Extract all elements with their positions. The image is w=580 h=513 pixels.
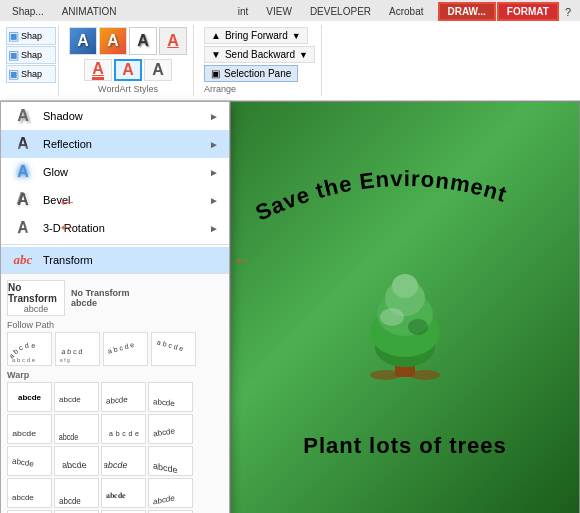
menu-divider [1, 244, 229, 245]
shape1-btn[interactable]: ▣ Shap [6, 27, 56, 45]
bevel-icon: A [11, 191, 35, 209]
svg-text:abcde: abcde [11, 457, 34, 469]
svg-point-43 [408, 319, 428, 335]
chevron-btn2: ▼ [299, 50, 308, 60]
transform-menu-item[interactable]: abc Transform ← [1, 247, 229, 273]
svg-text:abcde: abcde [153, 397, 175, 408]
tab-format[interactable]: FORMAT [497, 2, 559, 21]
svg-text:a b c d: a b c d [61, 348, 83, 355]
shape-group: ▣ Shap ▣ Shap ▣ Shap [4, 25, 59, 96]
glow-menu-item[interactable]: A Glow ► [1, 158, 229, 186]
glow-icon: A [11, 163, 35, 181]
warp-16[interactable]: abcde [148, 478, 193, 508]
warp-11[interactable]: abcde [101, 446, 146, 476]
svg-text:abcde: abcde [152, 426, 175, 438]
slide-text-top-svg: Save the Environment [250, 161, 560, 231]
transform-submenu: No Transform abcde No Transform abcde Fo… [1, 273, 229, 513]
bevel-menu-item[interactable]: A Bevel ► [1, 186, 229, 214]
down-arrow-indicator-2: ↓ [57, 223, 80, 233]
arrange-label: Arrange [204, 84, 236, 94]
warp-12[interactable]: abcde [148, 446, 193, 476]
tab-view[interactable]: VIEW [258, 3, 300, 20]
follow-path-4[interactable]: a b c d e [151, 332, 196, 366]
warp-10[interactable]: abcde [54, 446, 99, 476]
tab-developer[interactable]: DEVELOPER [302, 3, 379, 20]
shape3-btn[interactable]: ▣ Shap [6, 65, 56, 83]
warp-8[interactable]: abcde [148, 414, 193, 444]
arrange-group: ▲ Bring Forward ▼ ▼ Send Backward ▼ ▣ Se… [198, 25, 322, 96]
slide-top-text-area: Save the Environment [250, 161, 560, 233]
svg-point-42 [380, 308, 404, 326]
svg-text:abcde: abcde [61, 460, 87, 470]
warp-3[interactable]: abcde [101, 382, 146, 412]
follow-path-row: a b c d e a b c d e a b c d e f g a b c … [7, 332, 223, 366]
ribbon-tab-bar: Shap... ANIMATION int VIEW DEVELOPER Acr… [0, 0, 580, 21]
send-backward-icon: ▼ [211, 49, 221, 60]
wordart-btn-3[interactable]: A [129, 27, 157, 55]
svg-point-36 [410, 370, 440, 380]
reflection-icon: A [11, 135, 35, 153]
3d-rotation-icon: A [10, 218, 33, 238]
shape2-btn[interactable]: ▣ Shap [6, 46, 56, 64]
no-transform-static-label: No Transform abcde [71, 288, 130, 308]
slide-area: Save the Environment [230, 101, 580, 513]
tab-int[interactable]: int [230, 3, 257, 20]
send-backward-btn[interactable]: ▼ Send Backward ▼ [204, 46, 315, 63]
warp-2[interactable]: abcde [54, 382, 99, 412]
svg-text:e f g: e f g [60, 357, 70, 363]
tree-image [350, 272, 460, 384]
selection-pane-btn[interactable]: ▣ Selection Pane [204, 65, 298, 82]
3d-rotation-chevron: ► [209, 223, 219, 234]
tab-drawing[interactable]: DRAW... [438, 2, 496, 21]
follow-path-3[interactable]: a b c d e [103, 332, 148, 366]
bevel-chevron: ► [209, 195, 219, 206]
warp-grid: abcde abcde abcde abcde abcde abcde abcd… [7, 382, 223, 513]
selection-pane-icon: ▣ [211, 68, 220, 79]
bring-forward-icon: ▲ [211, 30, 221, 41]
tab-animation[interactable]: ANIMATION [54, 3, 125, 20]
warp-label: Warp [7, 370, 223, 380]
warp-6[interactable]: abcde [54, 414, 99, 444]
slide-text-bottom: Plant lots of trees [303, 433, 507, 458]
reflection-menu-item[interactable]: A Reflection ► [1, 130, 229, 158]
shadow-chevron: ► [209, 111, 219, 122]
warp-15[interactable]: 𝐚𝐛𝐜𝐝𝐞 [101, 478, 146, 508]
svg-text:Save the Environment: Save the Environment [252, 166, 510, 226]
warp-1[interactable]: abcde [7, 382, 52, 412]
shadow-menu-item[interactable]: A Shadow ► [1, 102, 229, 130]
wordart-btn-fill[interactable]: A [159, 27, 187, 55]
text-fill-btn[interactable]: A [84, 59, 112, 81]
main-content: A Shadow ► A Reflection ► A Glow ► A [0, 101, 580, 513]
bring-forward-btn[interactable]: ▲ Bring Forward ▼ [204, 27, 308, 44]
chevron-btn: ▼ [292, 31, 301, 41]
text-outline-btn[interactable]: A [114, 59, 142, 81]
follow-path-label: Follow Path [7, 320, 223, 330]
text-effects-btn[interactable]: A [144, 59, 172, 81]
tab-acrobat[interactable]: Acrobat [381, 3, 431, 20]
warp-4[interactable]: abcde [148, 382, 193, 412]
svg-text:a b c d e: a b c d e [12, 357, 36, 363]
svg-text:a b c d e: a b c d e [107, 341, 135, 355]
no-transform-btn[interactable]: No Transform abcde [7, 280, 65, 316]
help-button[interactable]: ? [560, 4, 576, 20]
warp-9[interactable]: abcde [7, 446, 52, 476]
3d-rotation-menu-item[interactable]: A 3-D Rotation ► [1, 214, 229, 242]
warp-5[interactable]: abcde [7, 414, 52, 444]
ribbon-content: ▣ Shap ▣ Shap ▣ Shap A A A A [0, 21, 580, 100]
wordart-styles-label: WordArt Styles [98, 84, 158, 94]
no-transform-text: abcde [24, 304, 49, 314]
slide-bottom-text-area: Plant lots of trees [303, 433, 507, 459]
follow-path-2[interactable]: a b c d e f g [55, 332, 100, 366]
wordart-btn-1[interactable]: A [69, 27, 97, 55]
svg-text:𝐚𝐛𝐜𝐝𝐞: 𝐚𝐛𝐜𝐝𝐞 [106, 491, 126, 500]
wordart-btn-2[interactable]: A [99, 27, 127, 55]
warp-7[interactable]: abcde [101, 414, 146, 444]
warp-14[interactable]: abcde [54, 478, 99, 508]
tab-shape[interactable]: Shap... [4, 3, 52, 20]
text-effects-menu: A Shadow ► A Reflection ► A Glow ► A [0, 101, 230, 513]
no-transform-label: No Transform [8, 282, 64, 304]
svg-text:a b c d e: a b c d e [156, 339, 184, 353]
follow-path-1[interactable]: a b c d e a b c d e [7, 332, 52, 366]
svg-point-35 [370, 370, 400, 380]
warp-13[interactable]: abcde [7, 478, 52, 508]
